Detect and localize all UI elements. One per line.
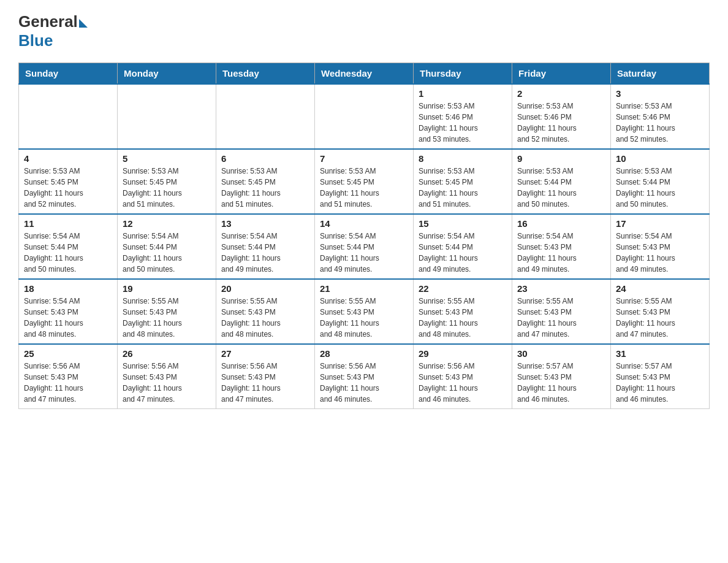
- day-info: Sunrise: 5:53 AMSunset: 5:45 PMDaylight:…: [221, 166, 309, 210]
- calendar-cell: 8Sunrise: 5:53 AMSunset: 5:45 PMDaylight…: [414, 149, 512, 214]
- day-info: Sunrise: 5:53 AMSunset: 5:44 PMDaylight:…: [616, 166, 704, 210]
- calendar-cell: 20Sunrise: 5:55 AMSunset: 5:43 PMDayligh…: [216, 279, 315, 344]
- logo-blue-text: Blue: [18, 31, 53, 50]
- logo-general-text: General: [18, 12, 78, 31]
- day-info: Sunrise: 5:54 AMSunset: 5:44 PMDaylight:…: [419, 231, 507, 275]
- column-header-wednesday: Wednesday: [315, 63, 414, 85]
- day-info: Sunrise: 5:53 AMSunset: 5:45 PMDaylight:…: [123, 166, 211, 210]
- column-header-monday: Monday: [118, 63, 216, 85]
- day-info: Sunrise: 5:57 AMSunset: 5:43 PMDaylight:…: [517, 361, 605, 405]
- calendar-cell: 4Sunrise: 5:53 AMSunset: 5:45 PMDaylight…: [19, 149, 118, 214]
- day-number: 6: [221, 153, 309, 164]
- calendar-cell: [216, 84, 315, 149]
- day-number: 16: [517, 218, 605, 229]
- day-info: Sunrise: 5:54 AMSunset: 5:43 PMDaylight:…: [517, 231, 605, 275]
- calendar-cell: 19Sunrise: 5:55 AMSunset: 5:43 PMDayligh…: [118, 279, 216, 344]
- day-info: Sunrise: 5:57 AMSunset: 5:43 PMDaylight:…: [616, 361, 704, 405]
- calendar-cell: 5Sunrise: 5:53 AMSunset: 5:45 PMDaylight…: [118, 149, 216, 214]
- week-row-5: 25Sunrise: 5:56 AMSunset: 5:43 PMDayligh…: [19, 344, 710, 409]
- calendar-cell: 17Sunrise: 5:54 AMSunset: 5:43 PMDayligh…: [611, 214, 710, 279]
- day-info: Sunrise: 5:54 AMSunset: 5:43 PMDaylight:…: [616, 231, 704, 275]
- day-info: Sunrise: 5:53 AMSunset: 5:45 PMDaylight:…: [320, 166, 408, 210]
- calendar-cell: 10Sunrise: 5:53 AMSunset: 5:44 PMDayligh…: [611, 149, 710, 214]
- day-number: 20: [221, 283, 309, 294]
- day-number: 31: [616, 348, 704, 359]
- column-header-friday: Friday: [512, 63, 611, 85]
- calendar-cell: 15Sunrise: 5:54 AMSunset: 5:44 PMDayligh…: [414, 214, 512, 279]
- day-number: 17: [616, 218, 704, 229]
- calendar-cell: 31Sunrise: 5:57 AMSunset: 5:43 PMDayligh…: [611, 344, 710, 409]
- calendar-cell: 9Sunrise: 5:53 AMSunset: 5:44 PMDaylight…: [512, 149, 611, 214]
- day-number: 21: [320, 283, 408, 294]
- day-number: 10: [616, 153, 704, 164]
- calendar-cell: 1Sunrise: 5:53 AMSunset: 5:46 PMDaylight…: [414, 84, 512, 149]
- day-number: 15: [419, 218, 507, 229]
- calendar-header-row: SundayMondayTuesdayWednesdayThursdayFrid…: [19, 63, 710, 85]
- day-number: 24: [616, 283, 704, 294]
- day-info: Sunrise: 5:54 AMSunset: 5:43 PMDaylight:…: [24, 296, 112, 340]
- logo: General Blue: [18, 12, 88, 50]
- calendar-cell: 6Sunrise: 5:53 AMSunset: 5:45 PMDaylight…: [216, 149, 315, 214]
- calendar-cell: [315, 84, 414, 149]
- week-row-3: 11Sunrise: 5:54 AMSunset: 5:44 PMDayligh…: [19, 214, 710, 279]
- day-info: Sunrise: 5:53 AMSunset: 5:44 PMDaylight:…: [517, 166, 605, 210]
- day-number: 4: [24, 153, 112, 164]
- calendar-cell: 26Sunrise: 5:56 AMSunset: 5:43 PMDayligh…: [118, 344, 216, 409]
- calendar-table: SundayMondayTuesdayWednesdayThursdayFrid…: [18, 63, 710, 409]
- day-number: 26: [123, 348, 211, 359]
- day-info: Sunrise: 5:55 AMSunset: 5:43 PMDaylight:…: [320, 296, 408, 340]
- calendar-cell: 21Sunrise: 5:55 AMSunset: 5:43 PMDayligh…: [315, 279, 414, 344]
- day-number: 8: [419, 153, 507, 164]
- day-number: 12: [123, 218, 211, 229]
- day-number: 1: [419, 88, 507, 99]
- day-number: 28: [320, 348, 408, 359]
- day-number: 2: [517, 88, 605, 99]
- calendar-cell: 3Sunrise: 5:53 AMSunset: 5:46 PMDaylight…: [611, 84, 710, 149]
- day-number: 29: [419, 348, 507, 359]
- day-number: 30: [517, 348, 605, 359]
- day-number: 5: [123, 153, 211, 164]
- day-info: Sunrise: 5:53 AMSunset: 5:45 PMDaylight:…: [419, 166, 507, 210]
- day-number: 9: [517, 153, 605, 164]
- day-number: 3: [616, 88, 704, 99]
- calendar-cell: 30Sunrise: 5:57 AMSunset: 5:43 PMDayligh…: [512, 344, 611, 409]
- day-info: Sunrise: 5:55 AMSunset: 5:43 PMDaylight:…: [123, 296, 211, 340]
- week-row-1: 1Sunrise: 5:53 AMSunset: 5:46 PMDaylight…: [19, 84, 710, 149]
- calendar-cell: 22Sunrise: 5:55 AMSunset: 5:43 PMDayligh…: [414, 279, 512, 344]
- day-info: Sunrise: 5:54 AMSunset: 5:44 PMDaylight:…: [221, 231, 309, 275]
- day-info: Sunrise: 5:56 AMSunset: 5:43 PMDaylight:…: [24, 361, 112, 405]
- day-info: Sunrise: 5:56 AMSunset: 5:43 PMDaylight:…: [419, 361, 507, 405]
- day-info: Sunrise: 5:53 AMSunset: 5:45 PMDaylight:…: [24, 166, 112, 210]
- page-header: General Blue: [18, 12, 710, 50]
- day-info: Sunrise: 5:55 AMSunset: 5:43 PMDaylight:…: [517, 296, 605, 340]
- day-info: Sunrise: 5:53 AMSunset: 5:46 PMDaylight:…: [616, 101, 704, 145]
- column-header-tuesday: Tuesday: [216, 63, 315, 85]
- week-row-2: 4Sunrise: 5:53 AMSunset: 5:45 PMDaylight…: [19, 149, 710, 214]
- day-info: Sunrise: 5:53 AMSunset: 5:46 PMDaylight:…: [517, 101, 605, 145]
- calendar-cell: 29Sunrise: 5:56 AMSunset: 5:43 PMDayligh…: [414, 344, 512, 409]
- calendar-cell: 11Sunrise: 5:54 AMSunset: 5:44 PMDayligh…: [19, 214, 118, 279]
- day-info: Sunrise: 5:55 AMSunset: 5:43 PMDaylight:…: [221, 296, 309, 340]
- calendar-cell: 18Sunrise: 5:54 AMSunset: 5:43 PMDayligh…: [19, 279, 118, 344]
- calendar-cell: 12Sunrise: 5:54 AMSunset: 5:44 PMDayligh…: [118, 214, 216, 279]
- day-number: 19: [123, 283, 211, 294]
- day-info: Sunrise: 5:54 AMSunset: 5:44 PMDaylight:…: [123, 231, 211, 275]
- week-row-4: 18Sunrise: 5:54 AMSunset: 5:43 PMDayligh…: [19, 279, 710, 344]
- calendar-cell: 13Sunrise: 5:54 AMSunset: 5:44 PMDayligh…: [216, 214, 315, 279]
- day-info: Sunrise: 5:54 AMSunset: 5:44 PMDaylight:…: [24, 231, 112, 275]
- day-info: Sunrise: 5:56 AMSunset: 5:43 PMDaylight:…: [123, 361, 211, 405]
- day-number: 14: [320, 218, 408, 229]
- day-number: 18: [24, 283, 112, 294]
- day-number: 22: [419, 283, 507, 294]
- day-info: Sunrise: 5:55 AMSunset: 5:43 PMDaylight:…: [419, 296, 507, 340]
- calendar-cell: 14Sunrise: 5:54 AMSunset: 5:44 PMDayligh…: [315, 214, 414, 279]
- day-number: 7: [320, 153, 408, 164]
- day-info: Sunrise: 5:53 AMSunset: 5:46 PMDaylight:…: [419, 101, 507, 145]
- logo-arrow-icon: [79, 19, 88, 28]
- day-number: 27: [221, 348, 309, 359]
- calendar-cell: [118, 84, 216, 149]
- calendar-cell: 25Sunrise: 5:56 AMSunset: 5:43 PMDayligh…: [19, 344, 118, 409]
- day-info: Sunrise: 5:55 AMSunset: 5:43 PMDaylight:…: [616, 296, 704, 340]
- day-info: Sunrise: 5:54 AMSunset: 5:44 PMDaylight:…: [320, 231, 408, 275]
- day-number: 23: [517, 283, 605, 294]
